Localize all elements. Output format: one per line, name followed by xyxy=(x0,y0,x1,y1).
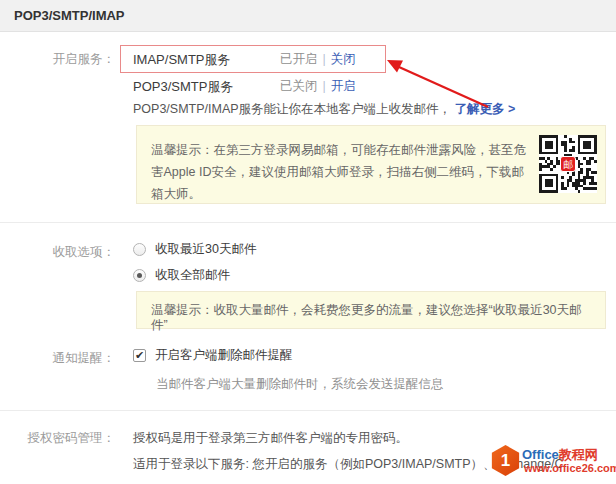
services-description: POP3/SMTP/IMAP服务能让你在本地客户端上收发邮件， xyxy=(133,102,451,116)
delete-reminder-note: 当邮件客户端大量删除邮件时，系统会发送提醒信息 xyxy=(156,376,444,393)
open-pop3-smtp-link[interactable]: 开启 xyxy=(331,79,356,93)
settings-content: 开启服务： IMAP/SMTP服务 已开启|关闭 POP3/SMTP服务 已关闭… xyxy=(0,32,616,483)
service-name-pop3-smtp: POP3/SMTP服务 xyxy=(133,78,233,96)
watermark-site-name-cn: 教程网 xyxy=(559,447,598,462)
office-hexagon-logo-icon: 1 xyxy=(490,445,521,476)
security-tip-text: 温馨提示：在第三方登录网易邮箱，可能存在邮件泄露风险，甚至危害Apple ID安… xyxy=(151,139,531,205)
notification-section-label: 通知提醒： xyxy=(0,350,115,367)
fetch-option-recent-30-days[interactable]: 收取最近30天邮件 xyxy=(133,241,256,258)
watermark-site-name-en: Office xyxy=(522,447,559,462)
qr-code: 邮 xyxy=(539,135,597,193)
watermark-url: www.office26.com xyxy=(524,462,616,474)
services-section-label: 开启服务： xyxy=(0,51,115,68)
page-title: POP3/SMTP/IMAP xyxy=(14,8,125,23)
delete-reminder-checkbox[interactable]: ✔ xyxy=(133,349,146,362)
mail-master-qr-badge: 邮 xyxy=(560,156,576,172)
service-status-imap-smtp: 已开启|关闭 xyxy=(280,51,356,68)
service-status-pop3-smtp: 已关闭|开启 xyxy=(280,78,356,95)
learn-more-link[interactable]: 了解更多 > xyxy=(455,102,516,116)
section-divider xyxy=(0,410,616,411)
traffic-tip-box: 温馨提示：收取大量邮件，会耗费您更多的流量，建议您选择“收取最近30天邮件” xyxy=(136,291,606,329)
security-tip-box: 温馨提示：在第三方登录网易邮箱，可能存在邮件泄露风险，甚至危害Apple ID安… xyxy=(136,125,606,204)
status-text: 已关闭 xyxy=(280,79,318,93)
status-separator: | xyxy=(323,52,326,66)
checkbox-label: 开启客户端删除邮件提醒 xyxy=(155,347,293,364)
close-imap-smtp-link[interactable]: 关闭 xyxy=(331,52,356,66)
fetch-option-all-mail[interactable]: 收取全部邮件 xyxy=(133,267,230,284)
radio-label: 收取最近30天邮件 xyxy=(155,241,256,258)
page-title-bar: POP3/SMTP/IMAP xyxy=(0,0,616,32)
fetch-options-section-label: 收取选项： xyxy=(0,244,115,261)
services-description-row: POP3/SMTP/IMAP服务能让你在本地客户端上收发邮件， 了解更多 > xyxy=(133,101,515,118)
traffic-tip-text: 温馨提示：收取大量邮件，会耗费您更多的流量，建议您选择“收取最近30天邮件” xyxy=(151,303,582,332)
status-separator: | xyxy=(323,79,326,93)
status-text: 已开启 xyxy=(280,52,318,66)
section-divider xyxy=(0,222,616,223)
radio-recent-30-days[interactable] xyxy=(133,243,146,256)
radio-label: 收取全部邮件 xyxy=(155,267,230,284)
radio-all-mail[interactable] xyxy=(133,269,146,282)
auth-password-section-label: 授权密码管理： xyxy=(0,430,115,447)
site-watermark: 1 Office教程网 www.office26.com xyxy=(490,445,610,481)
service-name-imap-smtp: IMAP/SMTP服务 xyxy=(133,51,231,69)
delete-reminder-option[interactable]: ✔ 开启客户端删除邮件提醒 xyxy=(133,347,293,364)
auth-password-line1: 授权码是用于登录第三方邮件客户端的专用密码。 xyxy=(133,430,408,447)
